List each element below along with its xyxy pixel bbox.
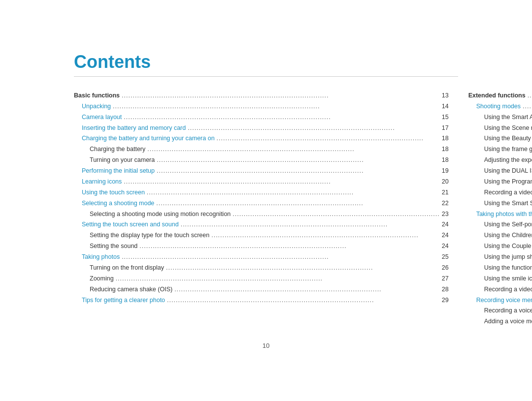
toc-item: Recording voice memos ..................…: [468, 295, 532, 306]
toc-item: Using the function information .........…: [468, 263, 532, 274]
toc-item: Using the smile icon ...................…: [468, 274, 532, 284]
toc-item: Setting the sound ......................…: [74, 241, 449, 252]
toc-item-text: Selecting a shooting mode: [82, 198, 154, 209]
toc-item: Recording a voice memo .................…: [468, 306, 532, 316]
toc-item-dots: ........................................…: [217, 133, 440, 144]
toc-item-text: Zooming: [90, 274, 114, 284]
toc-item-text: Taking photos: [82, 252, 120, 263]
toc-item: Camera layout ..........................…: [74, 112, 449, 123]
toc-item-text: Adding a voice memo to a photo: [484, 316, 532, 327]
toc-item: Selecting a shooting mode ..............…: [74, 198, 449, 209]
toc-item: Taking photos ..........................…: [74, 252, 449, 263]
toc-item-page: 17: [442, 123, 449, 134]
toc-item-text: Reducing camera shake (OIS): [90, 284, 172, 295]
toc-item-text: Using the DUAL IS mode: [484, 166, 532, 177]
toc-item-dots: ........................................…: [122, 91, 440, 101]
toc-item: Using the Program mode .................…: [468, 177, 532, 187]
toc-item-dots: ........................................…: [166, 263, 440, 274]
toc-item-dots: ........................................…: [188, 123, 440, 134]
toc-item-text: Learning icons: [82, 177, 122, 187]
toc-item: Extended functions .....................…: [468, 91, 532, 101]
toc-item-text: Using the Program mode: [484, 177, 532, 187]
toc-item-dots: ........................................…: [124, 112, 439, 123]
toc-item: Shooting modes .........................…: [468, 101, 532, 112]
toc-item-page: 26: [442, 263, 449, 274]
toc-item-page: 24: [442, 230, 449, 241]
toc-item: Adjusting the exposure in Night mode ...…: [468, 155, 532, 166]
toc-item: Turning on your camera .................…: [74, 155, 449, 166]
toc-item: Selecting a shooting mode using motion r…: [74, 209, 449, 220]
toc-item-text: Tips for getting a clearer photo: [82, 295, 165, 306]
toc-item-text: Extended functions: [468, 91, 526, 101]
toc-item-text: Using the frame guide: [484, 144, 532, 155]
toc-item-text: Charging the battery and turning your ca…: [82, 133, 215, 144]
toc-item: Recording a video ......................…: [468, 187, 532, 198]
left-column: Basic functions ........................…: [74, 91, 449, 327]
toc-item-text: Using the Children mode: [484, 230, 532, 241]
page-title: Contents: [74, 52, 458, 72]
toc-item-page: 29: [442, 295, 449, 306]
toc-item: Using the jump shot timer ..............…: [468, 252, 532, 263]
toc-item-dots: ........................................…: [233, 209, 439, 220]
toc-item: Using the Smart Scene Detection mode ...…: [468, 198, 532, 209]
toc-item: Inserting the battery and memory card ..…: [74, 123, 449, 134]
toc-item-text: Setting the sound: [90, 241, 137, 252]
toc-item: Setting the display type for the touch s…: [74, 230, 449, 241]
toc-item-text: Recording a video: [484, 187, 532, 198]
toc-item: Tips for getting a clearer photo .......…: [74, 295, 449, 306]
toc-item: Using the frame guide ..................…: [468, 144, 532, 155]
toc-item: Charging the battery and turning your ca…: [74, 133, 449, 144]
toc-item-text: Basic functions: [74, 91, 120, 101]
toc-item-page: 22: [442, 198, 449, 209]
toc-item-dots: ........................................…: [124, 177, 439, 187]
toc-item: Learning icons .........................…: [74, 177, 449, 187]
toc-item-dots: ........................................…: [122, 252, 440, 263]
toc-item-dots: ........................................…: [139, 241, 439, 252]
toc-item: Using the DUAL IS mode .................…: [468, 166, 532, 177]
toc-item-text: Setting the touch screen and sound: [82, 219, 179, 230]
toc-item-dots: ........................................…: [147, 187, 440, 198]
toc-columns: Basic functions ........................…: [74, 91, 458, 327]
toc-item-dots: ........................................…: [113, 101, 440, 112]
toc-item-text: Recording a video with the front display: [484, 284, 532, 295]
toc-item-dots: ........................................…: [157, 166, 440, 177]
toc-item: Charging the battery ...................…: [74, 144, 449, 155]
toc-item-text: Turning on the front display: [90, 263, 164, 274]
toc-item-page: 24: [442, 219, 449, 230]
toc-item-page: 19: [442, 166, 449, 177]
toc-item-text: Turning on your camera: [90, 155, 155, 166]
toc-item-text: Shooting modes: [476, 101, 521, 112]
toc-item-text: Performing the initial setup: [82, 166, 155, 177]
toc-item-text: Using the Self-portrait mode: [484, 219, 532, 230]
toc-item: Using the Scene mode ...................…: [468, 123, 532, 134]
toc-item: Using the touch screen .................…: [74, 187, 449, 198]
toc-item-page: 13: [442, 91, 449, 101]
toc-item: Unpacking ..............................…: [74, 101, 449, 112]
toc-item: Reducing camera shake (OIS) ............…: [74, 284, 449, 295]
toc-item-dots: ........................................…: [174, 284, 440, 295]
toc-item-text: Using the smile icon: [484, 274, 532, 284]
toc-item-text: Using the touch screen: [82, 187, 145, 198]
toc-item-text: Using the Beauty Shot mode: [484, 133, 532, 144]
toc-item-page: 18: [442, 155, 449, 166]
toc-item-text: Using the Smart Scene Detection mode: [484, 198, 532, 209]
toc-item-text: Using the function information: [484, 263, 532, 274]
toc-item-page: 27: [442, 274, 449, 284]
toc-item-page: 15: [442, 112, 449, 123]
toc-item: Using the Smart Auto mode ..............…: [468, 112, 532, 123]
toc-item: Using the Couple mode ..................…: [468, 241, 532, 252]
right-column: Extended functions .....................…: [468, 91, 532, 327]
toc-item-text: Using the Smart Auto mode: [484, 112, 532, 123]
toc-item-page: 24: [442, 241, 449, 252]
toc-item: Basic functions ........................…: [74, 91, 449, 101]
toc-item: Setting the touch screen and sound .....…: [74, 219, 449, 230]
title-divider: [74, 76, 458, 77]
toc-item-text: Using the jump shot timer: [484, 252, 532, 263]
toc-item-text: Recording voice memos: [476, 295, 532, 306]
toc-item: Turning on the front display ...........…: [74, 263, 449, 274]
toc-item-dots: ........................................…: [147, 144, 439, 155]
toc-item-dots: ........................................…: [116, 274, 440, 284]
toc-item: Using the Beauty Shot mode .............…: [468, 133, 532, 144]
toc-item: Taking photos with the front display ...…: [468, 209, 532, 220]
page-container: Contents Basic functions ...............…: [44, 32, 488, 369]
